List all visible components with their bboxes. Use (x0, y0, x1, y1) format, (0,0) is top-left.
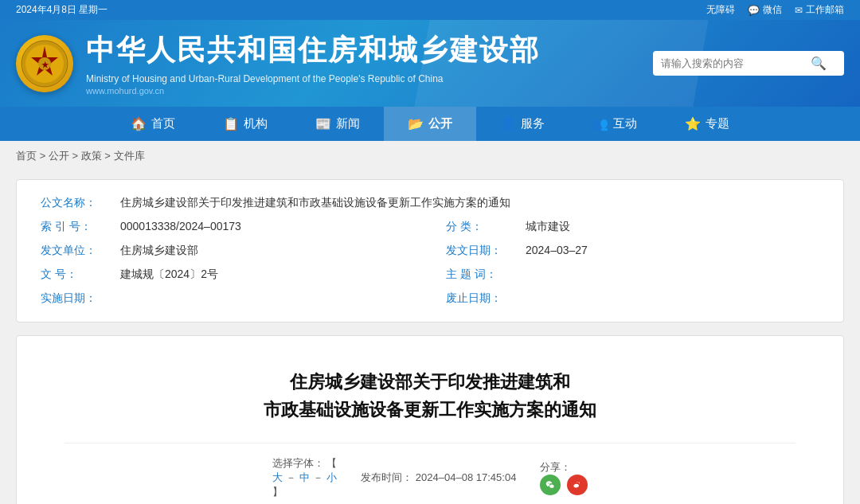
nav-home[interactable]: 🏠 首页 (107, 107, 199, 141)
site-title: 中华人民共和国住房和城乡建设部 (86, 31, 540, 70)
breadcrumb-policy[interactable]: 政策 (81, 150, 102, 162)
publish-time-value: 2024–04–08 17:45:04 (416, 471, 517, 483)
issuer-label: 发文单位： (41, 244, 120, 258)
nav-interaction[interactable]: 👥 互动 (569, 107, 661, 141)
index-row: 索 引 号： 000013338/2024–00173 (41, 220, 414, 234)
document-title: 住房城乡建设部关于印发推进建筑和 市政基础设施设备更新工作实施方案的通知 (64, 368, 796, 424)
expiry-date-row: 废止日期： (446, 291, 819, 306)
doc-name-label: 公文名称： (41, 196, 120, 210)
breadcrumb-home[interactable]: 首页 (16, 150, 37, 162)
header: ★ 中华人民共和国住房和城乡建设部 Ministry of Housing an… (0, 20, 860, 107)
weibo-share-button[interactable] (567, 475, 588, 495)
wechat-share-button[interactable] (540, 475, 561, 495)
wechat-icon: 💬 (748, 5, 760, 16)
doc-name-row: 公文名称： 住房城乡建设部关于印发推进建筑和市政基础设施设备更新工作实施方案的通… (41, 196, 819, 210)
logo: ★ (16, 35, 73, 92)
nav-news[interactable]: 📰 新闻 (291, 107, 384, 141)
main-nav: 🏠 首页 📋 机构 📰 新闻 📂 公开 👤 服务 👥 互动 ⭐ 专题 (0, 107, 860, 141)
expiry-date-label: 废止日期： (446, 291, 526, 306)
index-label: 索 引 号： (41, 220, 120, 234)
nav-service[interactable]: 👤 服务 (476, 107, 569, 141)
search-input[interactable] (661, 57, 804, 69)
subject-row: 主 题 词： (446, 268, 819, 282)
issue-date-value: 2024–03–27 (526, 244, 819, 256)
public-icon: 📂 (408, 116, 424, 131)
document-meta: 选择字体： 【 大 － 中 － 小 】 发布时间： 2024–04–08 17:… (64, 443, 796, 499)
font-medium-button[interactable]: 中 (299, 471, 310, 485)
breadcrumb: 首页 > 公开 > 政策 > 文件库 (0, 141, 860, 171)
document-card: 住房城乡建设部关于印发推进建筑和 市政基础设施设备更新工作实施方案的通知 选择字… (16, 335, 844, 504)
home-icon: 🏠 (131, 116, 147, 131)
font-size-section: 选择字体： 【 大 － 中 － 小 】 (272, 456, 338, 499)
category-row: 分 类： 城市建设 (446, 220, 819, 234)
website-url: www.mohurd.gov.cn (86, 86, 540, 96)
doc-number-row: 文 号： 建城规〔2024〕2号 (41, 268, 414, 282)
font-large-button[interactable]: 大 (272, 471, 283, 485)
mail-icon: ✉ (795, 5, 803, 16)
issue-date-row: 发文日期： 2024–03–27 (446, 244, 819, 258)
special-icon: ⭐ (685, 116, 701, 131)
breadcrumb-current: 文件库 (114, 150, 145, 162)
doc-number-label: 文 号： (41, 268, 120, 282)
institution-icon: 📋 (223, 116, 239, 131)
category-value: 城市建设 (526, 220, 819, 234)
search-icon[interactable]: 🔍 (811, 56, 827, 71)
service-icon: 👤 (500, 116, 516, 131)
nav-special[interactable]: ⭐ 专题 (661, 107, 753, 141)
issue-date-label: 发文日期： (446, 244, 526, 258)
main-content: 公文名称： 住房城乡建设部关于印发推进建筑和市政基础设施设备更新工作实施方案的通… (0, 171, 860, 504)
doc-number-value: 建城规〔2024〕2号 (120, 268, 414, 282)
effective-date-row: 实施日期： (41, 291, 414, 306)
subject-label: 主 题 词： (446, 268, 526, 282)
issuer-value: 住房城乡建设部 (120, 244, 414, 258)
share-section: 分享： (540, 460, 588, 495)
doc-name-value: 住房城乡建设部关于印发推进建筑和市政基础设施设备更新工作实施方案的通知 (120, 196, 819, 210)
mailbox-link[interactable]: ✉ 工作邮箱 (795, 3, 844, 17)
publish-time-section: 发布时间： 2024–04–08 17:45:04 (361, 471, 516, 485)
breadcrumb-public[interactable]: 公开 (49, 150, 69, 162)
svg-text:★: ★ (41, 61, 49, 69)
issuer-row: 发文单位： 住房城乡建设部 (41, 244, 414, 258)
interaction-icon: 👥 (592, 116, 608, 131)
date-display: 2024年4月8日 星期一 (16, 3, 108, 17)
site-subtitle: Ministry of Housing and Urban-Rural Deve… (86, 73, 540, 84)
info-card: 公文名称： 住房城乡建设部关于印发推进建筑和市政基础设施设备更新工作实施方案的通… (16, 179, 844, 322)
category-label: 分 类： (446, 220, 526, 234)
nav-public[interactable]: 📂 公开 (384, 107, 476, 141)
accessibility-link[interactable]: 无障碍 (706, 3, 735, 17)
wechat-link[interactable]: 💬 微信 (748, 3, 782, 17)
font-small-button[interactable]: 小 (326, 471, 337, 485)
nav-institution[interactable]: 📋 机构 (199, 107, 291, 141)
top-bar: 2024年4月8日 星期一 无障碍 💬 微信 ✉ 工作邮箱 (0, 0, 860, 20)
index-value: 000013338/2024–00173 (120, 220, 414, 232)
effective-date-label: 实施日期： (41, 291, 120, 306)
news-icon: 📰 (315, 116, 331, 131)
search-box: 🔍 (653, 51, 844, 76)
